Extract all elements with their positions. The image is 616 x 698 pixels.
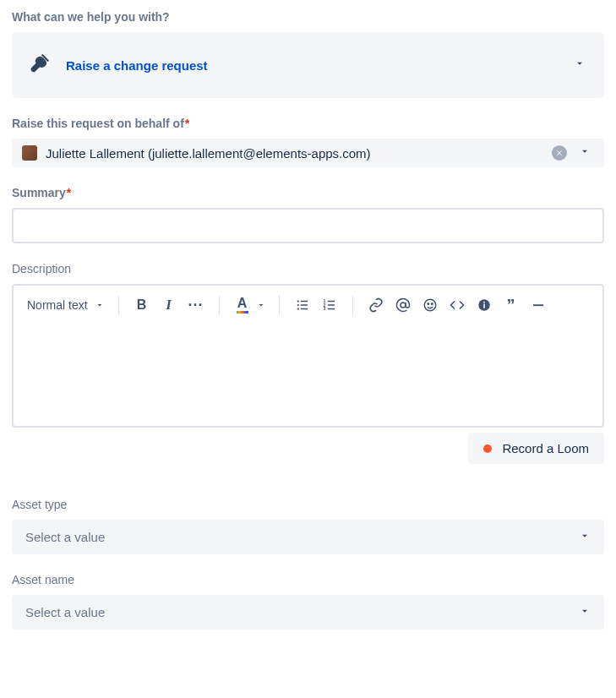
- quote-icon[interactable]: ”: [500, 294, 522, 316]
- divider-icon[interactable]: [527, 294, 549, 316]
- info-icon[interactable]: [473, 294, 495, 316]
- svg-rect-10: [327, 304, 334, 306]
- svg-point-0: [297, 300, 298, 302]
- svg-point-13: [424, 299, 436, 311]
- clear-icon[interactable]: [552, 145, 567, 161]
- text-style-dropdown[interactable]: Normal text: [25, 295, 106, 315]
- asset-type-label: Asset type: [12, 498, 604, 511]
- emoji-icon[interactable]: [419, 294, 441, 316]
- request-type-title[interactable]: Raise a change request: [66, 58, 208, 73]
- chevron-down-icon: [579, 605, 591, 620]
- behalf-of-select[interactable]: Juliette Lallement (juliette.lallement@e…: [12, 139, 604, 167]
- svg-point-12: [401, 303, 406, 308]
- svg-rect-9: [327, 301, 334, 303]
- italic-icon[interactable]: I: [158, 294, 180, 316]
- summary-input[interactable]: [12, 208, 604, 243]
- asset-type-placeholder: Select a value: [25, 530, 105, 544]
- more-formatting-icon[interactable]: ···: [185, 294, 207, 316]
- asset-name-label: Asset name: [12, 573, 604, 586]
- link-icon[interactable]: [365, 294, 387, 316]
- asset-name-placeholder: Select a value: [25, 605, 105, 619]
- code-icon[interactable]: [446, 294, 468, 316]
- asset-name-select[interactable]: Select a value: [12, 595, 604, 630]
- behalf-of-user: Juliette Lallement (juliette.lallement@e…: [46, 146, 371, 161]
- summary-label: Summary*: [12, 186, 604, 199]
- svg-rect-3: [300, 301, 307, 303]
- description-label: Description: [12, 262, 604, 275]
- chevron-down-icon: [579, 530, 591, 545]
- svg-point-1: [297, 304, 298, 306]
- description-editor: Normal text B I ··· A 123: [12, 284, 604, 428]
- svg-rect-19: [533, 304, 543, 306]
- svg-rect-5: [300, 308, 307, 310]
- chevron-down-icon[interactable]: [574, 57, 586, 73]
- svg-text:3: 3: [323, 306, 325, 311]
- svg-point-18: [483, 302, 485, 303]
- text-color-icon[interactable]: A: [232, 294, 253, 316]
- svg-rect-4: [300, 304, 307, 306]
- svg-rect-11: [327, 308, 334, 310]
- svg-point-2: [297, 308, 298, 309]
- numbered-list-icon[interactable]: 123: [319, 294, 341, 316]
- record-loom-button[interactable]: Record a Loom: [468, 433, 604, 464]
- request-type-card[interactable]: Raise a change request: [12, 32, 604, 98]
- avatar: [22, 145, 37, 161]
- record-icon: [483, 444, 492, 453]
- editor-toolbar: Normal text B I ··· A 123: [14, 286, 602, 324]
- bold-icon[interactable]: B: [131, 294, 153, 316]
- svg-point-15: [431, 303, 433, 305]
- behalf-of-label: Raise this request on behalf of*: [12, 117, 604, 130]
- svg-point-14: [428, 303, 429, 305]
- asset-type-select[interactable]: Select a value: [12, 520, 604, 554]
- description-textarea[interactable]: [14, 324, 602, 426]
- chevron-down-icon[interactable]: [255, 294, 267, 316]
- svg-rect-17: [483, 304, 485, 308]
- tools-icon: [29, 52, 51, 78]
- mention-icon[interactable]: [392, 294, 414, 316]
- chevron-down-icon[interactable]: [579, 145, 591, 161]
- bullet-list-icon[interactable]: [292, 294, 313, 316]
- help-question-label: What can we help you with?: [12, 10, 604, 24]
